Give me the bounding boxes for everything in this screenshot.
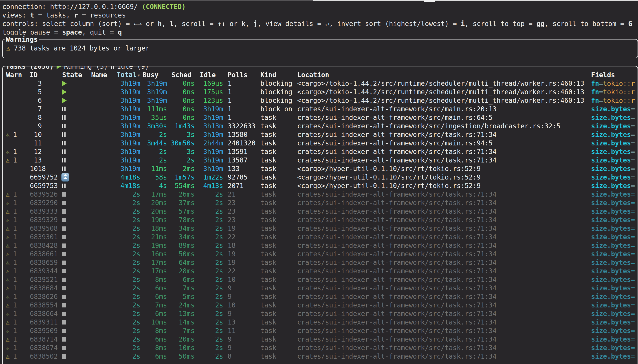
cell-warn: ⚠1 <box>6 318 28 326</box>
field-equals: = <box>631 352 635 360</box>
cell-busy: 3h19m <box>140 88 167 96</box>
cell-sched: 5ms <box>167 292 195 301</box>
duration-total: 2s <box>132 225 140 232</box>
column-header-fields[interactable]: Fields <box>588 71 638 79</box>
table-row[interactable]: ⚠168386592s17ms64ms2s19taskcrates/sui-in… <box>3 258 638 267</box>
warning-triangle-icon: ⚠ <box>6 241 10 250</box>
column-header-total[interactable]: Total▿ <box>112 70 140 80</box>
cell-fields: size.bytes= <box>588 344 638 352</box>
table-row[interactable]: 63h19m3h19m0ns123µs1blocking<cargo>/toki… <box>3 96 638 105</box>
table-row[interactable]: 66597534m18s4s554ms4m13s2071task<cargo>/… <box>3 182 638 190</box>
table-row[interactable]: ⚠168395092s8ms7ms2s11taskcrates/sui-inde… <box>3 326 638 335</box>
field-key: size.bytes <box>591 327 631 334</box>
duration-sched: 0ns <box>183 105 195 113</box>
column-header-kind[interactable]: Kind <box>257 71 294 79</box>
cell-state <box>59 235 83 239</box>
table-row[interactable]: ⚠1 133h19m2s2s3h19m13587taskcrates/sui-i… <box>3 156 638 164</box>
table-row[interactable]: 33h19m3h19m0ns169µs1blocking<cargo>/toki… <box>3 79 638 88</box>
column-header-warn[interactable]: Warn <box>6 71 28 79</box>
cell-sched: 554ms <box>167 182 195 190</box>
table-row[interactable]: 73h19m111ms0ns3h19m1block_oncrates/sui-i… <box>3 105 638 113</box>
duration-total: 2s <box>132 284 140 292</box>
cell-id: 6839526 <box>28 190 59 198</box>
duration-busy: 6ms <box>155 336 167 343</box>
cell-idle: 3h19m <box>195 156 223 164</box>
table-row[interactable]: ⚠168386642s6ms13ms2s9taskcrates/sui-inde… <box>3 310 638 318</box>
duration-idle: 2s <box>215 225 223 232</box>
warning-triangle-icon: ⚠ <box>6 292 10 301</box>
table-row[interactable]: ⚠168392902s20ms37ms2s23taskcrates/sui-in… <box>3 198 638 207</box>
table-row[interactable]: ⚠168395212s8ms6ms2s10taskcrates/sui-inde… <box>3 275 638 284</box>
cell-kind: task <box>257 250 294 258</box>
table-row[interactable]: ⚠168393112s10ms14ms2s13taskcrates/sui-in… <box>3 318 638 326</box>
warn-count: 1 <box>13 190 17 198</box>
table-row[interactable]: ⚠168393292s19ms78ms2s23taskcrates/sui-in… <box>3 216 638 224</box>
cell-busy: 2s <box>140 156 167 164</box>
cell-location: crates/sui-indexer-alt-framework/src/tas… <box>294 352 588 361</box>
column-header-sched[interactable]: Sched <box>167 71 195 79</box>
duration-busy: 21ms <box>151 233 167 241</box>
cell-location: crates/sui-indexer-alt-framework/src/tas… <box>294 224 588 233</box>
cell-state <box>59 244 83 248</box>
table-row[interactable]: 66597524m18s58s1m57s1m22s92785task<cargo… <box>3 173 638 182</box>
table-row[interactable]: ⚠168393442s17ms28ms2s22taskcrates/sui-in… <box>3 267 638 275</box>
warn-count: 1 <box>13 310 17 318</box>
table-row[interactable]: ⚠168384282s19ms89ms2s18taskcrates/sui-in… <box>3 241 638 250</box>
warn-count: 1 <box>13 224 17 233</box>
table-row[interactable]: 53h19m3h19m0ns175µs1blocking<cargo>/toki… <box>3 88 638 96</box>
table-row[interactable]: 93h19m3m30s1m43s3h13m3322633taskcrates/s… <box>3 122 638 130</box>
field-equals: = <box>631 165 635 172</box>
cell-idle: 169µs <box>195 79 223 88</box>
cell-sched: 13ms <box>167 310 195 318</box>
table-row[interactable]: ⚠168393012s21ms34ms2s22taskcrates/sui-in… <box>3 233 638 241</box>
cell-sched: 7ms <box>167 284 195 292</box>
table-row[interactable]: 83h19m35µs0ns3h19m1taskcrates/sui-indexe… <box>3 113 638 122</box>
cell-idle: 2s <box>195 310 223 318</box>
column-header-polls[interactable]: Polls <box>223 71 257 79</box>
table-row[interactable]: ⚠168386262s6ms5ms2s9taskcrates/sui-index… <box>3 292 638 301</box>
duration-busy: 4s <box>159 182 167 190</box>
column-header-id[interactable]: ID <box>28 71 59 79</box>
table-row[interactable]: ⚠168386842s6ms7ms2s9taskcrates/sui-index… <box>3 284 638 292</box>
window-chrome-scrollbar[interactable] <box>424 0 435 2</box>
cell-id: 13 <box>28 156 59 164</box>
table-row[interactable]: ⚠168385022s6ms50ms2s8taskcrates/sui-inde… <box>3 352 638 361</box>
cell-idle: 3h19m <box>195 130 223 139</box>
table-row[interactable]: ⚠1 123h19m2s3s3h19m13591taskcrates/sui-i… <box>3 148 638 156</box>
column-header-loc[interactable]: Location <box>294 71 588 79</box>
warning-triangle-icon: ⚠ <box>6 344 10 352</box>
field-equals: = <box>631 344 635 352</box>
field-key: size.bytes <box>591 165 631 172</box>
table-row[interactable]: 10183h19m11ms2ms3h19m133task<cargo>/hype… <box>3 164 638 173</box>
field-key: size.bytes <box>591 148 631 156</box>
table-row[interactable]: ⚠168386742s8ms10ms2s9taskcrates/sui-inde… <box>3 344 638 352</box>
cell-total: 4m18s <box>112 182 140 190</box>
cell-idle: 3h19m <box>195 148 223 156</box>
column-header-name[interactable]: Name <box>83 71 112 79</box>
cell-location: <cargo>/tokio-1.44.2/src/runtime/schedul… <box>294 96 588 105</box>
column-header-busy[interactable]: Busy <box>140 71 167 79</box>
duration-total: 3h19m <box>120 139 140 147</box>
cell-fields: size.bytes= <box>588 113 638 122</box>
cell-idle: 3h13m <box>195 122 223 130</box>
status-line-4: toggle pause = space, quit = q <box>2 28 632 36</box>
table-row[interactable]: ⚠168395262s17ms26ms2s21taskcrates/sui-in… <box>3 190 638 198</box>
cell-sched: 0ns <box>167 79 195 88</box>
table-row[interactable]: ⚠168387142s6ms20ms2s9taskcrates/sui-inde… <box>3 335 638 344</box>
hotkey-label: t <box>30 12 34 19</box>
duration-idle: 2s <box>215 344 223 352</box>
column-header-state[interactable]: State <box>59 71 83 79</box>
column-header-idle[interactable]: Idle <box>195 71 223 79</box>
table-row[interactable]: 113h19m3m44s30m50s2h44m2401320taskcrates… <box>3 139 638 148</box>
table-row[interactable]: ⚠1 103h19m2s3s3h19m13580taskcrates/sui-i… <box>3 130 638 139</box>
column-header-label: Polls <box>228 71 248 79</box>
duration-total: 2s <box>132 267 140 275</box>
cell-id: 6838659 <box>28 258 59 267</box>
table-row[interactable]: ⚠168393332s20ms57ms2s23taskcrates/sui-in… <box>3 207 638 216</box>
cell-location: crates/sui-indexer-alt-framework/src/tas… <box>294 301 588 310</box>
table-row[interactable]: ⚠168385542s7ms24ms2s10taskcrates/sui-ind… <box>3 301 638 310</box>
table-row[interactable]: ⚠168395082s18ms34ms2s19taskcrates/sui-in… <box>3 224 638 233</box>
cell-busy: 3h19m <box>140 79 167 88</box>
cell-idle: 2s <box>195 224 223 233</box>
table-row[interactable]: ⚠168386612s16ms50ms2s19taskcrates/sui-in… <box>3 250 638 258</box>
